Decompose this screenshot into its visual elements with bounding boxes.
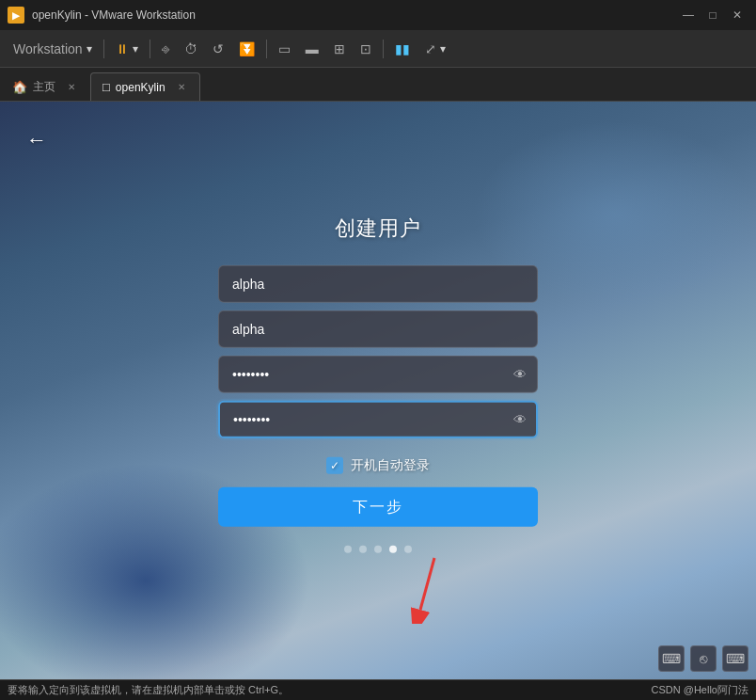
view-icon-2: ▬ [306, 41, 319, 56]
password-toggle-icon[interactable]: 👁 [513, 367, 527, 382]
toolbar-separator-4 [383, 40, 384, 58]
ctrl-alt-del-icon: ⎆ [162, 41, 169, 56]
auto-login-checkbox[interactable]: ✓ [326, 457, 343, 474]
maximize-button[interactable]: □ [701, 6, 724, 24]
auto-login-label: 开机自动登录 [351, 457, 430, 474]
username-input[interactable] [218, 265, 538, 303]
pause-button[interactable]: ⏸ ▾ [110, 36, 144, 62]
auto-login-row: ✓ 开机自动登录 [326, 457, 430, 474]
window-controls: — □ ✕ [677, 6, 748, 24]
view-icon-3: ⊞ [334, 41, 345, 56]
tab-home[interactable]: 🏠 主页 ✕ [0, 72, 90, 101]
close-button[interactable]: ✕ [726, 6, 748, 24]
console-button[interactable]: ▮▮ [389, 36, 416, 62]
revert-icon: ↺ [213, 41, 224, 56]
view-button-4[interactable]: ⊡ [354, 36, 377, 62]
username-field [218, 265, 538, 303]
confirm-password-toggle-icon[interactable]: 👁 [513, 412, 527, 427]
pause-icon: ⏸ [116, 41, 129, 56]
send-ctrl-alt-del-button[interactable]: ⎆ [156, 36, 175, 62]
red-arrow-annotation [406, 549, 463, 628]
expand-icon: ⤢ [425, 41, 436, 56]
minimize-button[interactable]: — [677, 6, 700, 24]
revert-button[interactable]: ↺ [207, 36, 229, 62]
dot-2 [359, 546, 367, 553]
create-user-form: 创建用户 👁 👁 ✓ 开机自动登录 下一步 [218, 215, 538, 553]
workstation-label: Workstation [13, 41, 83, 56]
dropdown-arrow-icon: ▾ [87, 42, 92, 56]
suspend-icon: ⏬ [239, 41, 255, 56]
status-text: 要将输入定向到该虚拟机，请在虚拟机内部单击或按 Ctrl+G。 [8, 683, 289, 697]
password-input[interactable] [218, 356, 538, 393]
view-icon-1: ▭ [278, 41, 291, 56]
back-arrow-button[interactable]: ← [26, 128, 47, 152]
home-tab-close-button[interactable]: ✕ [65, 81, 78, 94]
view-button-3[interactable]: ⊞ [328, 36, 351, 62]
settings-icon-button[interactable]: ⌨ [722, 645, 748, 672]
vm-tab-icon: □ [102, 80, 110, 94]
keyboard-icon-button[interactable]: ⌨ [658, 645, 685, 672]
workstation-menu-button[interactable]: Workstation ▾ [8, 36, 98, 62]
display-name-input[interactable] [218, 310, 538, 348]
svg-line-1 [420, 558, 434, 610]
vm-content[interactable]: ← 创建用户 👁 👁 ✓ 开机自动登录 下一步 [0, 102, 756, 679]
tab-openkylin[interactable]: □ openKylin ✕ [90, 72, 200, 101]
dot-3 [374, 546, 382, 553]
display-name-field [218, 310, 538, 348]
form-title: 创建用户 [335, 215, 421, 243]
suspend-button[interactable]: ⏬ [233, 36, 260, 62]
view-icon-4: ⊡ [360, 41, 371, 56]
confirm-password-field: 👁 [218, 401, 538, 438]
confirm-password-input[interactable] [218, 401, 538, 438]
password-field: 👁 [218, 356, 538, 393]
view-button-2[interactable]: ▬ [300, 36, 324, 62]
expand-dropdown-icon: ▾ [440, 42, 446, 56]
snapshot-icon: ⏱ [184, 41, 197, 56]
dot-4 [389, 546, 397, 553]
home-tab-label: 主页 [33, 79, 55, 95]
toolbar-separator-3 [266, 40, 267, 58]
vm-bottom-toolbar: ⌨ ⎋ ⌨ [658, 645, 748, 672]
console-icon: ▮▮ [395, 41, 410, 56]
expand-button[interactable]: ⤢ ▾ [419, 36, 451, 62]
snapshot-button[interactable]: ⏱ [179, 36, 203, 62]
next-button[interactable]: 下一步 [218, 487, 538, 527]
window-title: openKylin - VMware Workstation [32, 8, 669, 22]
toolbar: Workstation ▾ ⏸ ▾ ⎆ ⏱ ↺ ⏬ ▭ ▬ ⊞ ⊡ ▮▮ ⤢ ▾ [0, 30, 756, 68]
vm-tab-label: openKylin [116, 81, 165, 94]
toolbar-separator-2 [150, 40, 150, 58]
page-indicator [344, 546, 412, 553]
status-right-text: CSDN @Hello阿门法 [652, 683, 748, 697]
vm-tab-close-button[interactable]: ✕ [175, 81, 188, 94]
view-button-1[interactable]: ▭ [273, 36, 296, 62]
status-bar: 要将输入定向到该虚拟机，请在虚拟机内部单击或按 Ctrl+G。 CSDN @He… [0, 679, 756, 700]
title-bar: ▶ openKylin - VMware Workstation — □ ✕ [0, 0, 756, 30]
dot-1 [344, 546, 352, 553]
app-icon: ▶ [8, 7, 24, 24]
tab-bar: 🏠 主页 ✕ □ openKylin ✕ [0, 68, 756, 102]
pause-dropdown-icon: ▾ [133, 42, 138, 56]
connect-icon-button[interactable]: ⎋ [690, 645, 717, 672]
toolbar-separator-1 [103, 40, 104, 58]
home-tab-icon: 🏠 [12, 80, 27, 94]
